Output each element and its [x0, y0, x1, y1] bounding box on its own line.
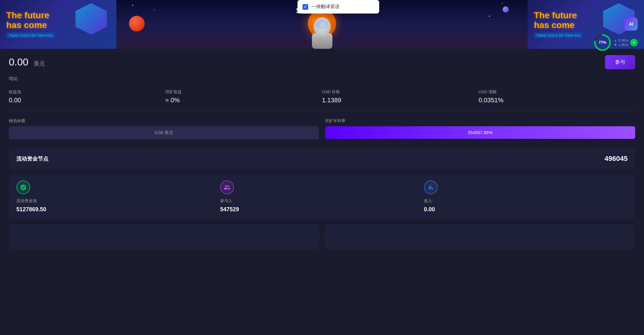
translate-checkbox[interactable]: ✓: [303, 4, 308, 10]
mining-rate-bar: 554567.88%: [325, 126, 635, 139]
plus-button[interactable]: +: [630, 39, 638, 46]
income-card: 收入 0.00: [424, 180, 628, 213]
top-right-widgets: AI 77% ▲ 0.3K/s ▼ 1.8K/s +: [593, 17, 638, 52]
mining-income-label: 挖矿收益: [165, 89, 322, 95]
star-3: [502, 3, 502, 4]
profit-pool-label: 收益池: [9, 89, 165, 95]
participants-icon: [220, 180, 234, 194]
balance-value: 0.00: [9, 56, 28, 68]
liquidity-pool-label: 流动资金池: [16, 198, 220, 204]
income-icon: [424, 180, 438, 194]
stats-grid: 收益池 0.00 挖矿收益 ≈ 0% USD 价格 1.1389 USD 涨幅 …: [9, 89, 635, 111]
cards-section: 流动资金池 5127869.50 参与人 547529: [9, 174, 635, 219]
upload-arrow-icon: ▲: [614, 38, 617, 42]
checkbox-check-icon: ✓: [304, 5, 307, 9]
liquidity-nodes-title: 流动资金节点: [16, 155, 48, 162]
banner-left-text: The future has come Digital Gold in the …: [6, 11, 55, 38]
mining-section: 挖矿年利率 554567.88%: [325, 118, 635, 139]
star-4: [489, 16, 490, 17]
usd-change-value: 0.0351%: [479, 97, 635, 104]
main-content: 0.00 美元 参与 地址: 收益池 0.00 挖矿收益 ≈ 0% USD 价格…: [0, 49, 644, 256]
star-1: [132, 5, 133, 6]
balance-amount: 0.00 美元: [9, 56, 45, 68]
people-icon: [224, 184, 230, 191]
progress-circle: 77%: [593, 33, 612, 52]
liquidity-nodes-count: 496045: [605, 155, 628, 163]
banner-right-text: The future has come Digital Gold in the …: [534, 11, 583, 38]
income-value: 0.00: [424, 206, 628, 213]
network-widget: 77% ▲ 0.3K/s ▼ 1.8K/s +: [593, 33, 638, 52]
wallet-section: 钱包余额 0.00 美元: [9, 118, 319, 139]
balance-currency: 美元: [34, 60, 45, 67]
download-arrow-icon: ▼: [614, 43, 617, 47]
banner-area: The future has come Digital Gold in the …: [0, 0, 644, 49]
translation-label: 一律翻译英语: [311, 4, 340, 10]
mining-income-value: ≈ 0%: [165, 97, 322, 104]
banner-left-subtitle: Digital Gold in the Token Era: [6, 32, 55, 38]
participants-value: 547529: [220, 206, 424, 213]
translation-dropdown: ✓ 一律翻译英语: [297, 0, 379, 14]
address-section: 地址:: [9, 76, 635, 82]
download-speed: ▼ 1.8K/s: [614, 43, 628, 47]
usd-change-label: USD 涨幅: [479, 89, 635, 95]
star-2: [154, 9, 155, 10]
banner-right-title: The future has come: [534, 11, 583, 30]
small-planet: [502, 6, 509, 13]
banner-left-title: The future has come: [6, 11, 55, 30]
liquidity-pool-value: 5127869.50: [16, 206, 220, 213]
bottom-card-left: [9, 224, 319, 249]
bottom-card-right: [325, 224, 635, 249]
network-speeds: ▲ 0.3K/s ▼ 1.8K/s: [614, 38, 628, 47]
wallet-label: 钱包余额: [9, 118, 319, 124]
banner-left: The future has come Digital Gold in the …: [0, 0, 116, 49]
spaceman: [309, 14, 335, 49]
stat-mining-income: 挖矿收益 ≈ 0%: [165, 89, 322, 104]
wallet-mining-section: 钱包余额 0.00 美元 挖矿年利率 554567.88%: [9, 118, 635, 139]
stat-usd-change: USD 涨幅 0.0351%: [479, 89, 635, 104]
liquidity-pool-card: 流动资金池 5127869.50: [16, 180, 220, 213]
upload-speed: ▲ 0.3K/s: [614, 38, 628, 42]
gear-icon: [20, 184, 27, 191]
mining-rate-label: 挖矿年利率: [325, 118, 635, 124]
join-button[interactable]: 参与: [605, 55, 635, 69]
usd-price-value: 1.1389: [322, 97, 479, 104]
ai-button[interactable]: AI: [625, 17, 638, 31]
red-planet: [129, 16, 145, 31]
banner-right-subtitle: Digital Gold in the Token Era: [534, 32, 583, 38]
stat-profit-pool: 收益池 0.00: [9, 89, 165, 104]
cards-grid: 流动资金池 5127869.50 参与人 547529: [16, 180, 628, 213]
translation-item[interactable]: ✓ 一律翻译英语: [303, 4, 374, 10]
income-label: 收入: [424, 198, 628, 204]
bottom-partial: [9, 224, 635, 249]
address-label: 地址:: [9, 76, 19, 81]
liquidity-nodes-section: 流动资金节点 496045: [9, 148, 635, 169]
usd-price-label: USD 价格: [322, 89, 479, 95]
wallet-balance-bar: 0.00 美元: [9, 126, 319, 139]
stat-usd-price: USD 价格 1.1389: [322, 89, 479, 104]
participants-card: 参与人 547529: [220, 180, 424, 213]
balance-section: 0.00 美元 参与: [9, 55, 635, 69]
progress-text: 77%: [599, 40, 606, 45]
chart-icon: [427, 184, 434, 191]
liquidity-pool-icon: [16, 180, 30, 194]
participants-label: 参与人: [220, 198, 424, 204]
profit-pool-value: 0.00: [9, 97, 165, 104]
